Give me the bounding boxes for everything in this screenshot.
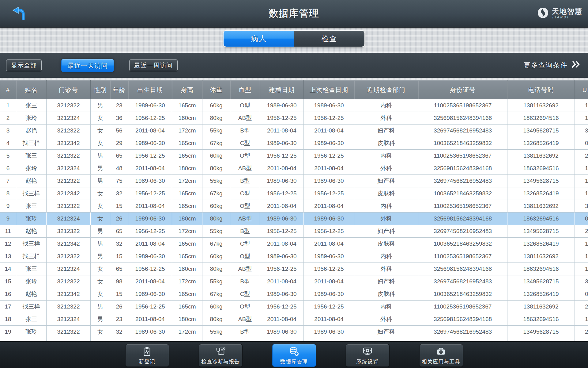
table-cell: 325698156248394168 (418, 162, 507, 175)
table-cell: 1 (0, 99, 16, 112)
table-row[interactable]: 8找三样3212342女321956-12-25165cm67kgC型1956-… (0, 187, 588, 200)
table-row[interactable]: 1张三3212322男231989-06-30165cm60kgO型1989-0… (0, 99, 588, 112)
column-header[interactable]: 年龄 (110, 80, 128, 99)
table-cell: 29 (110, 137, 128, 150)
table-row[interactable]: 12找三样3212342男322011-08-04165cm67kgC型2011… (0, 238, 588, 250)
table-row[interactable]: 15张玲3212322女982011-08-04172cm55kgB型2011-… (0, 275, 588, 288)
table-cell: 1989-06-30 (304, 213, 354, 225)
patient-table-section: #姓名门诊号性别年龄出生日期身高体重血型建档日期上次检查日期近期检查部门身份证号… (0, 77, 588, 368)
table-cell: 165cm (172, 250, 202, 263)
nav-system-settings[interactable]: 系统设置 (346, 344, 390, 367)
column-header[interactable]: 门诊号 (47, 80, 91, 99)
table-cell: 外科 (354, 213, 418, 225)
table-cell: 2011-08-04 (128, 238, 172, 250)
table-row[interactable]: 9张三3212322女152011-08-04165cm60kgO型2011-0… (0, 200, 588, 213)
table-cell: 60kg (202, 99, 230, 112)
nav-database-management[interactable]: 数据库管理 (272, 344, 316, 367)
table-row[interactable]: 11赵艳3212322男651956-12-25172cm55kgB型1956-… (0, 225, 588, 238)
column-header[interactable]: 出生日期 (128, 80, 172, 99)
table-cell: 1989-06-30 (128, 326, 172, 338)
table-cell: 1989-06-30 (304, 99, 354, 112)
table-row[interactable]: 14张三3212324女651956-12-25180cm80kgAB型1956… (0, 263, 588, 275)
table-cell: 3212322 (47, 200, 91, 213)
table-row[interactable]: 13找三样3212322男151989-06-30165cm60kgO型1989… (0, 250, 588, 263)
column-header[interactable]: 姓名 (16, 80, 47, 99)
table-cell: 2011-08-04 (304, 275, 354, 288)
table-row[interactable]: 3赵艳3212322女562011-08-04172cm55kgB型2011-0… (0, 125, 588, 137)
table-row[interactable]: 2张玲3212324女361956-12-25180cm80kgAB型1956-… (0, 112, 588, 125)
tab-patient[interactable]: 病人 (224, 31, 294, 47)
table-cell: 2011-08-04 (128, 125, 172, 137)
column-header[interactable]: 身高 (172, 80, 202, 99)
table-cell: 14 (575, 238, 588, 250)
table-cell: 1956-12-25 (260, 150, 304, 162)
table-cell: 3212324 (47, 112, 91, 125)
nav-new-registration[interactable]: 新登记 (125, 344, 169, 367)
table-cell: 女 (91, 187, 110, 200)
column-header[interactable]: 建档日期 (260, 80, 304, 99)
table-cell: AB型 (230, 313, 260, 326)
column-header[interactable]: 血型 (230, 80, 260, 99)
table-cell: 56 (110, 125, 128, 137)
table-cell: 13811632692 (507, 150, 575, 162)
filter-last-week-button[interactable]: 最近一周访问 (129, 59, 178, 71)
table-cell: 张玲 (16, 213, 47, 225)
more-filters-link[interactable]: 更多查询条件 (524, 61, 581, 70)
table-cell: 18632694516 (507, 263, 575, 275)
filter-show-all-button[interactable]: 显示全部 (6, 59, 42, 71)
table-cell: 67kg (202, 238, 230, 250)
table-row[interactable]: 5张三3212322男651956-12-25165cm60kgO型1956-1… (0, 150, 588, 162)
table-cell: 13268526419 (507, 288, 575, 301)
column-header[interactable]: 近期检查部门 (354, 80, 418, 99)
table-cell: 165cm (172, 301, 202, 313)
table-cell: C型 (230, 137, 260, 150)
table-row[interactable]: 16赵艳3212342女151989-06-30165cm67kgC型1989-… (0, 288, 588, 301)
filter-last-day-button[interactable]: 最近一天访问 (61, 59, 114, 72)
column-header[interactable]: # (0, 80, 16, 99)
table-cell: 1989-06-30 (260, 99, 304, 112)
table-cell: 80kg (202, 112, 230, 125)
column-header[interactable]: 电话号码 (507, 80, 575, 99)
table-cell: 18632694516 (507, 213, 575, 225)
table-cell: 2011-08-04 (260, 125, 304, 137)
table-cell: 165cm (172, 137, 202, 150)
table-cell: 13495628715 (507, 175, 575, 187)
table-row[interactable]: 19张玲3212322女321989-06-30172cm55kgB型1989-… (0, 326, 588, 338)
table-cell: 皮肤科 (354, 187, 418, 200)
table-cell: 1956-12-25 (128, 263, 172, 275)
table-row[interactable]: 18张三3212324男232011-08-04180cm80kgAB型2011… (0, 313, 588, 326)
table-cell: 55kg (202, 225, 230, 238)
more-filters-label: 更多查询条件 (524, 61, 568, 70)
table-cell: 67kg (202, 187, 230, 200)
page-title: 数据库管理 (0, 0, 588, 27)
table-row[interactable]: 17找三样3212322男261956-12-25165cm60kgO型1956… (0, 301, 588, 313)
brand-logo: 天地智慧 TIANDI (537, 0, 582, 27)
column-header[interactable]: UID (575, 80, 588, 99)
table-cell: 12 (0, 238, 16, 250)
table-cell: C型 (230, 238, 260, 250)
table-cell: 325698156248394168 (418, 213, 507, 225)
table-cell: 36 (575, 200, 588, 213)
table-cell: 女 (91, 125, 110, 137)
column-header[interactable]: 体重 (202, 80, 230, 99)
table-cell: 55kg (202, 175, 230, 187)
column-header[interactable]: 性别 (91, 80, 110, 99)
table-cell: 15 (575, 263, 588, 275)
table-row[interactable]: 4找三样3212342女291989-06-30165cm67kgC型1989-… (0, 137, 588, 150)
tab-examination[interactable]: 检查 (294, 31, 364, 47)
table-row[interactable]: 7赵艳3212322男751989-06-30172cm55kgB型1989-0… (0, 175, 588, 187)
top-header-bar: 数据库管理 天地智慧 TIANDI (0, 0, 588, 28)
nav-exam-diagnosis-report[interactable]: 检查诊断与报告 (199, 344, 243, 367)
column-header[interactable]: 上次检查日期 (304, 80, 354, 99)
table-row[interactable]: 6张玲3212324男482011-08-04180cm80kgAB型2011-… (0, 162, 588, 175)
column-header[interactable]: 身份证号 (418, 80, 507, 99)
filter-bar: 显示全部 最近一天访问 最近一周访问 更多查询条件 (0, 53, 588, 78)
nav-related-apps-tools[interactable]: 相关应用与工具 (419, 344, 463, 367)
table-cell: 内科 (354, 150, 418, 162)
table-cell: 07 (575, 137, 588, 150)
table-cell: 外科 (354, 112, 418, 125)
table-cell: C型 (230, 288, 260, 301)
table-row[interactable]: 9张玲3212324女261989-06-30180cm80kgAB型1989-… (0, 213, 588, 225)
table-cell: 男 (91, 99, 110, 112)
table-cell: 55kg (202, 326, 230, 338)
